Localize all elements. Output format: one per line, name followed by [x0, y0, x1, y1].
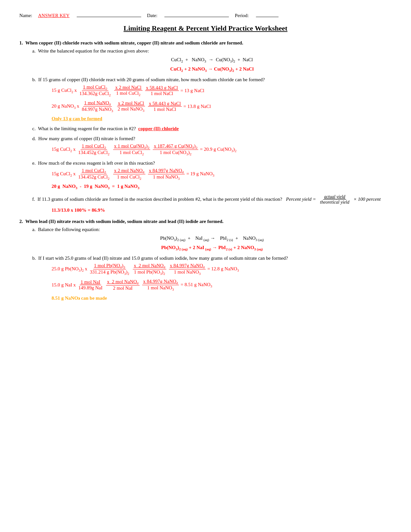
q1a-eq-balanced: CuCl2 + 2 NaNO3 → Cu(NO3)2 + 2 NaCl [32, 66, 392, 73]
q1a-label: a. [32, 48, 35, 53]
q2a-eq-balanced: Pb(NO3)2 (aq) + 2 NaI (aq) → PbI2 (s) + … [32, 245, 392, 251]
q2-main: 2. When lead (II) nitrate reacts with so… [19, 219, 392, 224]
q2a-eq-unbalanced: Pb(NO3)2 (aq) + NaI (aq) → PbI2 (s) + Na… [32, 236, 392, 242]
q1b-label: b. [32, 77, 36, 82]
q1a-text: Write the balanced equation for the reac… [38, 48, 149, 53]
q1f: f. If 11.3 grams of sodium chloride are … [32, 194, 392, 213]
name-label: Name: [19, 13, 32, 18]
q1e: e. How much of the excess reagent is lef… [32, 160, 392, 190]
q1e-calc: 15g CuCl2 x 1 mol CuCl2 134.452g CuCl2 x… [52, 168, 392, 180]
q1f-answer: 11.3/13.0 x 100% = 86.9% [52, 208, 392, 213]
q1c-text: What is the limiting reagent for the rea… [38, 126, 136, 131]
q2a: a. Balance the following equation: Pb(NO… [32, 227, 392, 251]
q1d-label: d. [32, 136, 36, 141]
date-blank [164, 17, 229, 17]
q1a: a. Write the balanced equation for the r… [32, 48, 392, 73]
q1b: b. If 15 grams of copper (II) chloride r… [32, 77, 392, 121]
q1-text: When copper (II) chloride reacts with so… [25, 40, 243, 45]
q1b-only: Only 13 g can be formed [52, 116, 392, 121]
q1b-calc1: 15 g CuCl2 x 1 mol CuCl2 134.362g CuCl2 … [52, 84, 392, 97]
answer-key: ANSWER KEY [38, 13, 70, 18]
q2b-text: If I start with 25.0 grams of lead (II) … [38, 256, 288, 261]
q1c-label: c. [32, 126, 35, 131]
period-label: Period: [235, 13, 249, 18]
q2b-label: b. [32, 256, 36, 261]
q2-text: When lead (II) nitrate reacts with sodiu… [25, 219, 223, 224]
q1e-label: e. [32, 160, 35, 166]
q1b-text: If 15 grams of copper (II) chloride reac… [38, 77, 265, 82]
q2-label: 2. [19, 219, 23, 224]
q1c: c. What is the limiting reagent for the … [32, 126, 392, 131]
q1-main: 1. When copper (II) chloride reacts with… [19, 40, 392, 46]
date-label: Date: [147, 13, 157, 18]
q1e-text: How much of the excess reagent is left o… [38, 160, 155, 166]
q1d: d. How many grams of copper (II) nitrate… [32, 136, 392, 156]
q1f-text: If 11.3 grams of sodium chloride are for… [37, 197, 282, 202]
q2b-final: 8.51 g NaNO₃ can be made [52, 295, 392, 301]
q2a-text: Balance the following equation: [38, 227, 100, 232]
q1a-eq-unbalanced: CuCl2 + NaNO3 → Cu(NO3)2 + NaCl [32, 57, 392, 63]
q1d-text: How many grams of copper (II) nitrate is… [38, 136, 135, 141]
q1-label: 1. [19, 40, 23, 45]
q1c-answer: copper (II) chloride [138, 126, 179, 131]
q2b: b. If I start with 25.0 grams of lead (I… [32, 256, 392, 301]
question-2: 2. When lead (II) nitrate reacts with so… [19, 219, 392, 301]
question-1: 1. When copper (II) chloride reacts with… [19, 40, 392, 213]
header: Name: ANSWER KEY Date: Period: [19, 13, 392, 18]
q1f-label: f. [32, 197, 35, 202]
q1e-final: 20 g NaNO3 - 19 g NaNO3 = 1 g NaNO3 [52, 184, 392, 190]
q1b-calc2: 20 g NaNO3 x 1 mol NaNO3 84.997g NaNO3 x… [52, 100, 392, 113]
name-blank [77, 17, 141, 17]
period-blank [256, 17, 279, 17]
q2b-calc2: 15.0 g NaI x 1 mol NaI 149.89g NaI x 2 m… [52, 279, 392, 291]
q2b-calc1: 25.0 g Pb(NO3)2 x 1 mol Pb(NO3)2 331.214… [52, 263, 392, 276]
q1d-calc: 15g CuCl2 x 1 mol CuCl2 134.452g CuCl2 x… [52, 143, 392, 156]
q2a-label: a. [32, 227, 35, 232]
page-title: Limiting Reagent & Percent Yield Practic… [19, 24, 392, 33]
